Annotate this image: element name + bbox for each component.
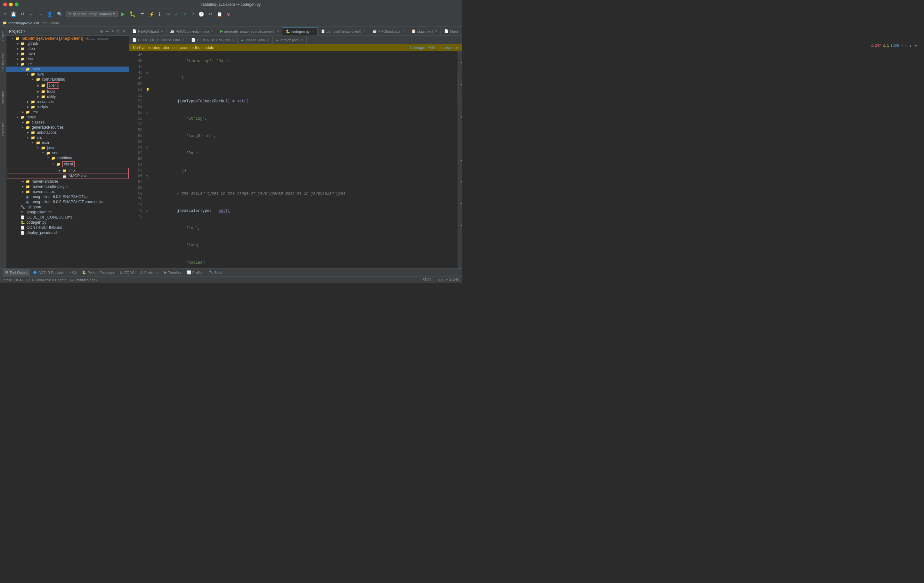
scroll-indicator[interactable] [457, 51, 462, 268]
window-controls[interactable] [3, 3, 18, 7]
profiler-tab[interactable]: 📊 Profiler [184, 269, 206, 276]
debug-button[interactable]: 🐛 [128, 10, 137, 18]
terminal-tab[interactable]: ▶ Terminal [162, 269, 184, 276]
tree-item[interactable]: ▶ 📁 resources [7, 99, 129, 104]
forward-button[interactable]: → [37, 11, 44, 17]
tab-code-of-conduct[interactable]: 📄 CODE_OF_CONDUCT.md ✕ [129, 36, 188, 44]
build-tab[interactable]: 🔨 Build [206, 269, 225, 276]
breadcrumb-main[interactable]: main [51, 21, 59, 25]
navigate-button[interactable]: 👤 [46, 11, 54, 17]
tree-item[interactable]: ▾ 📁 rabbitmq [7, 155, 129, 161]
tree-item[interactable]: ▾ 📁 target [7, 115, 129, 120]
menu-button[interactable]: ≡ [3, 11, 8, 17]
tree-item[interactable]: ▾ 📁 com [7, 150, 129, 155]
branch-button[interactable]: ⑂ [190, 11, 195, 17]
tree-item[interactable]: ▶ 📁 classes [7, 120, 129, 125]
tab-close-icon[interactable]: ✕ [300, 38, 303, 41]
pull-requests-tab[interactable]: Pull Requests [1, 50, 5, 75]
tab-close-icon[interactable]: ✕ [435, 30, 437, 33]
tree-item-main[interactable]: ▾ 📁 main [7, 67, 129, 72]
tree-item[interactable]: ▶ 📁 utility [7, 94, 129, 99]
git-check-button[interactable]: ✓ [173, 11, 180, 17]
tab-contributing[interactable]: 📄 CONTRIBUTING.md ✕ [188, 36, 238, 44]
tree-item[interactable]: ▶ 📁 maven-status [7, 189, 129, 194]
tab-channel[interactable]: ● Channel.java ✕ [238, 36, 273, 44]
tree-item[interactable]: ▾ 📁 main [7, 140, 129, 145]
tab-close-icon[interactable]: ✕ [363, 30, 366, 33]
scrollbar-thumb[interactable] [457, 73, 459, 99]
tree-item[interactable]: ▶ 📁 .idea [7, 46, 129, 51]
tab-close-icon[interactable]: ✕ [277, 30, 279, 33]
tree-item[interactable]: ▾ 📁 src [7, 135, 129, 140]
fold-indicator[interactable]: ⊖ [146, 145, 151, 150]
breadcrumb-root[interactable]: rabbitmq-java-client [8, 21, 39, 25]
tab-make[interactable]: 📄 Make [441, 27, 462, 36]
close-button[interactable] [3, 3, 7, 7]
tab-amqconnection[interactable]: ☕ AMQConnection.java ✕ [167, 27, 217, 36]
tree-item[interactable]: ⚙ amqp-client.iml [7, 209, 129, 215]
tree-item[interactable]: 📄 CONTRIBUTING.md [7, 225, 129, 230]
tree-item[interactable]: ▶ 📁 test [7, 109, 129, 115]
todo-button[interactable]: 📋 [216, 11, 223, 17]
settings-button[interactable]: ⚙ [116, 28, 120, 34]
tab-plugin[interactable]: 📋 plugin.xml ✕ [408, 27, 441, 36]
collapse-button[interactable]: ⇤ [105, 28, 109, 34]
fold-indicator[interactable]: ⊖ [146, 173, 151, 179]
tab-version[interactable]: ● Version.java ✕ [273, 36, 307, 44]
tab-pom[interactable]: 📋 pom.xml (amqp-client) ✕ [318, 27, 369, 36]
search-button[interactable]: 🔍 [56, 11, 64, 17]
tree-item[interactable]: ▶ 📁 maven-archiver [7, 179, 129, 184]
tree-item-client-deep[interactable]: ▾ 📁 client [7, 161, 129, 168]
tree-item[interactable]: ▾ 📁 com.rabbitmq [7, 77, 129, 82]
tab-close-icon[interactable]: ✕ [312, 30, 314, 33]
antlr-preview-tab[interactable]: 🔷 ANTLR Preview [30, 269, 66, 276]
structure-tab[interactable]: Structure [1, 89, 5, 107]
tree-item[interactable]: ▣ amqp-client-6.0.0-SNAPSHOT.jar [7, 194, 129, 199]
tree-item[interactable]: ▶ 📁 .mvn [7, 51, 129, 56]
problems-tab[interactable]: ⚠ Problems [137, 269, 162, 276]
tab-codegen[interactable]: 🐍 codegen.py ✕ [282, 27, 318, 36]
run-button[interactable]: ▶ [120, 10, 126, 18]
project-panel-dropdown[interactable]: ▾ [23, 30, 25, 33]
maximize-button[interactable] [15, 3, 18, 7]
back-button[interactable]: ← [28, 11, 35, 17]
fold-indicator[interactable]: ⊖ [146, 70, 151, 76]
fold-indicator[interactable]: ⊖ [146, 110, 151, 116]
tree-item[interactable]: ▾ 📁 java [7, 145, 129, 150]
git-tab[interactable]: ⑂ Git [66, 269, 79, 276]
tree-item[interactable]: ▶ 📁 maven-bundle-plugin [7, 184, 129, 189]
tree-item[interactable]: 📄 CODE_OF_CONDUCT.md [7, 215, 129, 220]
tree-item[interactable]: ▾ 📁 generated-sources [7, 125, 129, 130]
tree-item[interactable]: ▶ 📁 doc [7, 56, 129, 61]
favorites-tab[interactable]: Favorites [1, 120, 5, 138]
info-button[interactable]: ℹ [158, 11, 162, 17]
tab-generate[interactable]: ▶ generate_amqp_sources.groovy ✕ [217, 27, 282, 36]
options-button[interactable]: ≡ [111, 28, 114, 34]
tab-close-icon[interactable]: ✕ [267, 38, 269, 41]
run-configuration[interactable]: ✏ generate_amqp_sources ▾ [66, 11, 118, 17]
tree-item[interactable]: ▾ 📁 java [7, 72, 129, 77]
minimize-button[interactable] [9, 3, 13, 7]
tree-item-codegen-py[interactable]: 🐍 codegen.py [7, 220, 129, 225]
tab-close-icon[interactable]: ✕ [161, 30, 163, 33]
tree-item[interactable]: ▾ 📁 src [7, 61, 129, 67]
undo-button[interactable]: ↩ [207, 11, 214, 17]
tree-item[interactable]: ▶ 📁 annotations [7, 130, 129, 135]
python-packages-tab[interactable]: 🐍 Python Packages [79, 269, 118, 276]
refresh-button[interactable]: ↺ [20, 11, 26, 17]
tree-item[interactable]: ▶ 📁 scripts [7, 104, 129, 109]
tab-close-icon[interactable]: ✕ [182, 38, 185, 41]
coverage-button[interactable]: ☂ [139, 11, 146, 17]
tool-output-tab[interactable]: ⚙ Tool Output [3, 269, 30, 276]
history-button[interactable]: 🕐 [197, 11, 205, 17]
project-tab[interactable]: Project [1, 28, 5, 43]
save-button[interactable]: 💾 [10, 11, 18, 17]
stop-button[interactable]: ⊗ [225, 11, 232, 17]
code-editor[interactable]: 'timestamp': 'Date' } javaTypesToCheckFo… [152, 51, 457, 268]
configure-interpreter-link[interactable]: Configure Python interpreter [410, 45, 458, 50]
tree-item[interactable]: 🔧 .gitignore [7, 204, 129, 209]
close-panel-button[interactable]: ✕ [122, 28, 126, 34]
tree-item[interactable]: ▾ 📁 rabbitmq-java-client [amqp-client] ~… [7, 36, 129, 41]
breadcrumb-src[interactable]: src [43, 21, 48, 25]
tree-item-amqp-java[interactable]: ☕ AMQP.java [7, 173, 129, 179]
